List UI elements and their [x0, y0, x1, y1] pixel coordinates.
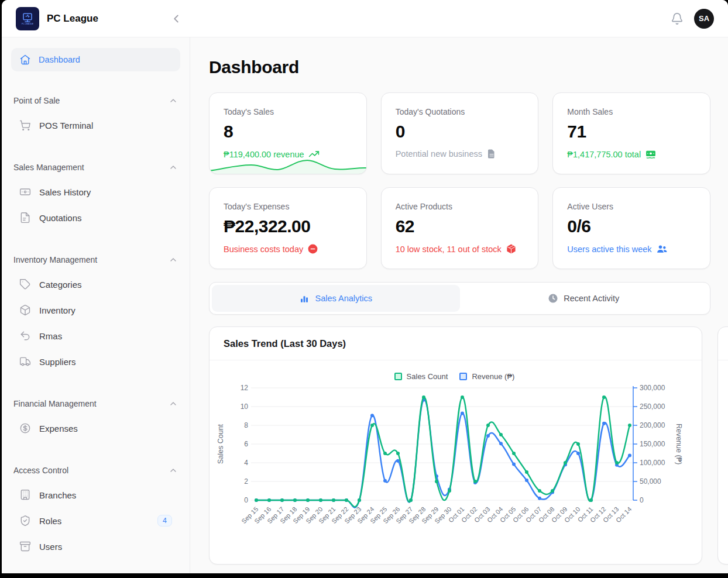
sidebar-item-label: Suppliers: [39, 357, 76, 367]
tab-label: Recent Activity: [564, 294, 619, 303]
section-header-inventory-management[interactable]: Inventory Management: [11, 255, 180, 264]
svg-text:0: 0: [640, 496, 644, 504]
home-icon: [19, 54, 31, 66]
sidebar-item-categories[interactable]: Categories: [11, 271, 180, 297]
bell-icon: [671, 12, 684, 25]
legend-label: Revenue (₱): [472, 372, 514, 381]
section-header-sales-management[interactable]: Sales Management: [11, 163, 180, 172]
sidebar-section-access-control: Access Control Branches Roles 4 Users: [11, 466, 180, 559]
svg-text:PC LEAGUE: PC LEAGUE: [22, 22, 34, 25]
stat-subtext: Potential new business: [396, 149, 482, 159]
legend-item-sales-count[interactable]: Sales Count: [394, 372, 448, 381]
chart-title: Sales Trend (Last 30 Days): [224, 338, 346, 349]
svg-text:Sales Count: Sales Count: [217, 424, 225, 464]
minus-circle-icon: [307, 243, 318, 254]
sidebar-item-branches[interactable]: Branches: [11, 482, 180, 508]
stat-label: Active Products: [396, 202, 524, 211]
sidebar-item-label: Dashboard: [39, 55, 80, 64]
app-window: PC LEAGUE PC League SA Dashboard: [2, 0, 728, 573]
sidebar-item-label: POS Terminal: [39, 121, 93, 130]
section-title: Access Control: [13, 466, 68, 475]
truck-icon: [19, 356, 31, 367]
chevron-up-icon: [169, 466, 178, 475]
sales-trend-chart: 024681012050,000100,000150,000200,000250…: [215, 383, 684, 536]
dollar-circle-icon: [19, 422, 31, 434]
stat-value: 0/6: [567, 216, 696, 236]
sales-sparkline: [209, 155, 367, 174]
svg-text:100,000: 100,000: [640, 459, 665, 467]
package-icon: [19, 304, 31, 316]
sidebar-collapse-button[interactable]: [170, 12, 183, 25]
banknote-icon: [19, 186, 31, 198]
chevron-up-icon: [169, 399, 178, 408]
svg-text:250,000: 250,000: [640, 402, 665, 411]
sidebar-item-quotations[interactable]: Quotations: [11, 205, 180, 230]
notifications-button[interactable]: [671, 12, 684, 25]
section-header-financial-management[interactable]: Financial Management: [11, 399, 180, 408]
package-icon: [506, 243, 517, 254]
sidebar-item-label: Users: [39, 542, 62, 552]
svg-text:2: 2: [244, 477, 248, 486]
legend-item-revenue[interactable]: Revenue (₱): [459, 372, 514, 381]
sidebar-item-inventory[interactable]: Inventory: [11, 297, 180, 323]
chevron-up-icon: [169, 255, 178, 264]
sidebar-section-inventory-management: Inventory Management Categories Inventor…: [11, 255, 180, 374]
sidebar-item-expenses[interactable]: Expenses: [11, 415, 180, 441]
sidebar-item-sales-history[interactable]: Sales History: [11, 179, 180, 205]
svg-text:4: 4: [244, 459, 248, 467]
section-title: Point of Sale: [13, 96, 60, 105]
svg-text:Revenue (₱): Revenue (₱): [675, 424, 683, 465]
stat-subtext: Users active this week: [567, 245, 651, 254]
next-card-header: [718, 327, 728, 360]
stat-value: ₱22,322.00: [224, 216, 352, 236]
stat-card-active-users: Active Users 0/6 Users active this week: [552, 187, 710, 269]
section-title: Sales Management: [13, 163, 84, 172]
sidebar-item-label: Roles: [39, 516, 61, 526]
section-header-access-control[interactable]: Access Control: [11, 466, 180, 475]
tag-icon: [19, 278, 31, 290]
stat-card-active-products: Active Products 62 10 low stock, 11 out …: [381, 187, 539, 269]
sidebar-item-users[interactable]: Users: [11, 534, 180, 559]
sidebar-item-pos-terminal[interactable]: POS Terminal: [11, 112, 180, 138]
stat-label: Month Sales: [567, 107, 696, 116]
svg-text:50,000: 50,000: [640, 477, 661, 486]
stat-subtext: ₱1,417,775.00 total: [567, 150, 641, 159]
stat-value: 71: [567, 122, 696, 142]
brand-logo: PC LEAGUE: [16, 7, 39, 30]
stat-card-todays-expenses: Today's Expenses ₱22,322.00 Business cos…: [209, 187, 367, 269]
chevron-left-icon: [170, 12, 183, 25]
stat-card-todays-sales: Today's Sales 8 ₱119,400.00 revenue: [209, 92, 367, 174]
stat-label: Today's Quotations: [396, 107, 524, 116]
building-icon: [19, 489, 31, 501]
sidebar-item-dashboard[interactable]: Dashboard: [11, 48, 180, 71]
svg-text:300,000: 300,000: [640, 384, 665, 392]
sales-trend-card: Sales Trend (Last 30 Days) Sales Count R…: [209, 326, 702, 565]
analytics-tabbar: Sales Analytics Recent Activity: [209, 282, 710, 315]
tab-recent-activity[interactable]: Recent Activity: [460, 285, 708, 312]
stat-value: 8: [224, 122, 352, 142]
stat-card-todays-quotations: Today's Quotations 0 Potential new busin…: [381, 92, 539, 174]
sidebar-item-label: Quotations: [39, 213, 82, 223]
sidebar-item-rmas[interactable]: Rmas: [11, 323, 180, 349]
stat-subtext: 10 low stock, 11 out of stock: [396, 245, 502, 254]
stat-subtext: Business costs today: [224, 245, 303, 254]
sidebar-item-suppliers[interactable]: Suppliers: [11, 349, 180, 374]
stat-card-month-sales: Month Sales 71 ₱1,417,775.00 total: [552, 92, 710, 174]
svg-text:10: 10: [241, 402, 249, 411]
brand-name: PC League: [47, 13, 98, 25]
roles-count-badge: 4: [157, 515, 172, 527]
sidebar-item-label: Sales History: [39, 187, 91, 197]
sidebar-section-financial-management: Financial Management Expenses: [11, 399, 180, 441]
user-avatar[interactable]: SA: [694, 9, 714, 29]
section-header-point-of-sale[interactable]: Point of Sale: [11, 96, 180, 105]
sidebar-item-roles[interactable]: Roles 4: [11, 508, 180, 534]
sidebar-item-label: Categories: [39, 280, 82, 290]
stat-value: 0: [396, 122, 524, 142]
file-text-icon: [19, 212, 31, 223]
banknote-icon: [645, 149, 657, 160]
tab-sales-analytics[interactable]: Sales Analytics: [212, 285, 460, 312]
svg-text:150,000: 150,000: [640, 440, 665, 448]
legend-swatch-green: [394, 373, 402, 380]
chart-legend: Sales Count Revenue (₱): [215, 372, 693, 381]
sidebar-item-label: Rmas: [39, 331, 62, 341]
